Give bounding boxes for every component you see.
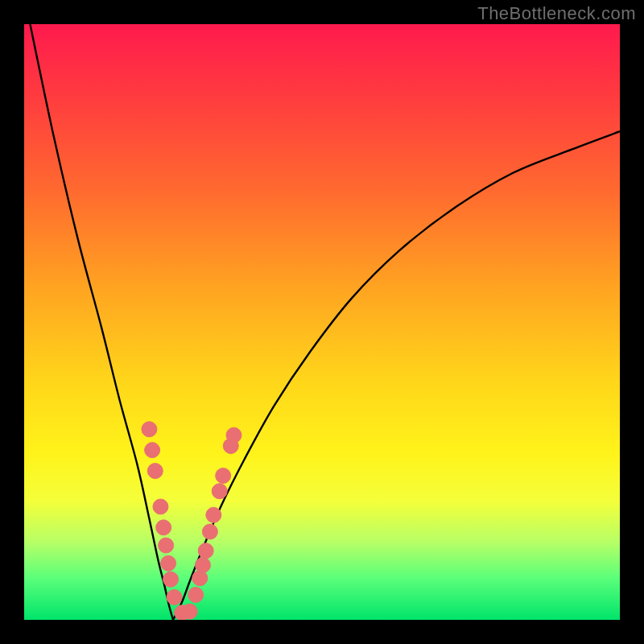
marker-dot	[147, 464, 163, 479]
chart-svg	[24, 24, 620, 620]
curve-left	[30, 24, 173, 620]
plot-area	[24, 24, 620, 620]
marker-dot	[192, 571, 208, 586]
marker-dot	[161, 555, 176, 571]
marker-group	[142, 422, 242, 620]
marker-dot	[206, 507, 221, 522]
marker-dot	[182, 604, 197, 619]
marker-dot	[196, 557, 211, 572]
marker-dot	[198, 543, 213, 559]
curve-right	[173, 131, 620, 620]
marker-dot	[188, 587, 204, 602]
marker-dot	[167, 589, 182, 605]
watermark-text: TheBottleneck.com	[477, 3, 636, 24]
marker-dot	[202, 524, 217, 539]
chart-frame: TheBottleneck.com	[0, 0, 644, 644]
marker-dot	[226, 427, 242, 443]
marker-dot	[216, 468, 231, 483]
marker-dot	[145, 443, 160, 458]
marker-dot	[153, 499, 168, 514]
marker-dot	[159, 538, 174, 553]
marker-dot	[142, 422, 157, 437]
marker-dot	[163, 572, 179, 587]
marker-dot	[156, 520, 171, 535]
marker-dot	[212, 484, 227, 499]
